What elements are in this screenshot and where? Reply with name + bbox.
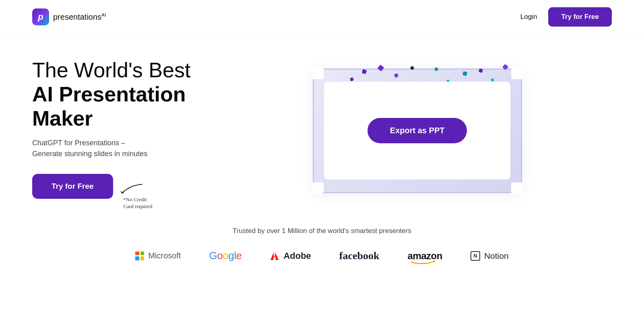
brand-microsoft: Microsoft	[135, 251, 181, 260]
microsoft-label: Microsoft	[148, 251, 181, 260]
notion-icon: N	[471, 251, 480, 261]
confetti-piece	[502, 64, 508, 70]
confetti-piece	[410, 66, 414, 70]
notion-label: Notion	[484, 251, 509, 261]
hero-subtitle: ChatGPT for Presentations –Generate stun…	[32, 138, 190, 159]
confetti-piece	[478, 68, 483, 73]
brand-logos: Microsoft Google Adobe facebook amazon	[32, 250, 612, 262]
confetti-piece	[394, 73, 398, 78]
logo-ai-badge: AI	[101, 12, 106, 17]
corner-tl	[312, 68, 324, 79]
presentation-mockup: Export as PPT	[313, 68, 522, 193]
hero-try-button[interactable]: Try for Free	[32, 174, 113, 199]
brand-facebook: facebook	[339, 250, 380, 262]
logo-icon: p	[32, 8, 49, 25]
trust-tagline: Trusted by over 1 Million of the world's…	[32, 227, 612, 235]
hero-visual: Export as PPT	[223, 68, 612, 193]
amazon-label: amazon	[408, 250, 442, 261]
cta-row: Try for Free *No CreditCard required	[32, 174, 190, 203]
confetti-piece	[350, 77, 354, 81]
arrow-note: *No CreditCard required	[118, 181, 153, 210]
confetti-piece	[434, 67, 438, 71]
microsoft-icon	[135, 252, 144, 260]
confetti-piece	[361, 69, 367, 74]
adobe-icon	[270, 251, 279, 261]
logo: p presentationsAI	[32, 8, 106, 25]
brand-notion: N Notion	[471, 251, 509, 261]
hero-title: The World's Best AI Presentation Maker	[32, 58, 190, 130]
hero-content: The World's Best AI Presentation Maker C…	[32, 58, 190, 203]
trust-section: Trusted by over 1 Million of the world's…	[0, 219, 644, 278]
slide-inner: Export as PPT	[324, 82, 510, 179]
corner-tr	[511, 68, 522, 79]
nav-try-button[interactable]: Try for Free	[548, 7, 612, 27]
adobe-label: Adobe	[283, 251, 311, 261]
hero-section: The World's Best AI Presentation Maker C…	[0, 34, 644, 219]
confetti-piece	[462, 71, 467, 76]
confetti-piece	[377, 64, 384, 71]
logo-text: presentationsAI	[53, 12, 106, 22]
export-ppt-button[interactable]: Export as PPT	[367, 118, 467, 143]
amazon-wrapper: amazon	[408, 250, 442, 262]
amazon-smile-icon	[411, 260, 435, 264]
nav-actions: Login Try for Free	[520, 7, 612, 27]
google-label: Google	[209, 250, 242, 262]
brand-google: Google	[209, 250, 242, 262]
brand-amazon: amazon	[408, 250, 442, 262]
corner-bl	[312, 182, 324, 194]
facebook-label: facebook	[339, 250, 380, 262]
no-credit-card-text: *No CreditCard required	[124, 196, 153, 210]
brand-adobe: Adobe	[270, 251, 311, 261]
navbar: p presentationsAI Login Try for Free	[0, 0, 644, 34]
corner-br	[511, 182, 522, 194]
arrow-icon	[118, 181, 146, 197]
confetti-piece	[491, 78, 494, 82]
login-button[interactable]: Login	[520, 13, 537, 21]
